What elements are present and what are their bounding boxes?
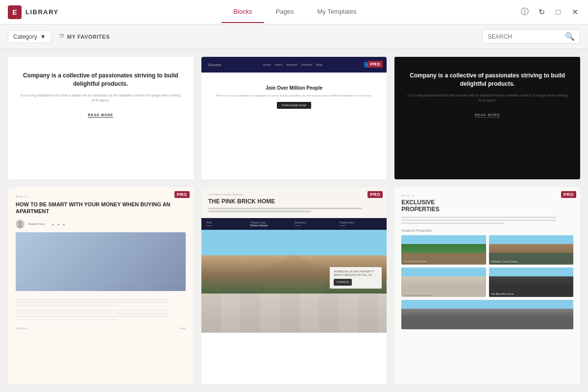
table-col-size: Property Size —— xyxy=(340,221,382,227)
property-img-3: The White Curved House xyxy=(401,268,486,297)
card-6-inner: Build In EXCLUSIVEPROPERTIES Featured Pr… xyxy=(394,187,580,337)
card-6-tag: Build In xyxy=(401,194,573,197)
svg-point-1 xyxy=(17,225,23,229)
card-5-title: THE PINK BRICK HOME xyxy=(208,198,380,205)
card-5-header: The Pink Property Website THE PINK BRICK… xyxy=(201,187,387,218)
card-4-author: Robert Curry xyxy=(28,222,45,225)
card-2-header: Roselle Home About Services Portfolio Bl… xyxy=(201,57,387,73)
svg-marker-2 xyxy=(245,254,343,279)
close-icon[interactable]: ✕ xyxy=(569,7,580,18)
desc-line-1 xyxy=(208,208,363,209)
card-2-nav: Home About Services Portfolio Blog xyxy=(263,63,322,66)
property-img-4: The Black Box Home xyxy=(489,268,573,297)
content-line-5 xyxy=(16,313,169,314)
logo-area: E LIBRARY xyxy=(8,5,59,19)
elementor-logo-icon: E xyxy=(8,5,22,19)
card-4-image xyxy=(16,232,186,291)
card-2-logo: Roselle xyxy=(208,63,221,67)
card-dark-company[interactable]: Company is a collective of passionates s… xyxy=(394,57,580,179)
card-1-cta: READ MORE xyxy=(88,113,113,118)
svg-rect-3 xyxy=(265,279,323,294)
tab-pages[interactable]: Pages xyxy=(264,1,306,23)
card-4-inner: Build In HOW TO BE SMART WITH YOUR MONEY… xyxy=(8,187,194,338)
table-col-type: Property Type Prime Home xyxy=(250,221,293,227)
card-4-content xyxy=(16,295,186,324)
card-5-tag: The Pink Property Website xyxy=(208,193,380,196)
content-line-4 xyxy=(16,310,169,311)
property-img-1: The Pink Brick Home xyxy=(401,235,486,265)
property-img-2: A Modern Corner House xyxy=(489,235,573,265)
card-6-desc xyxy=(401,217,573,224)
card-5-main-image: INTERESTED IN THIS PROPERTY? WRITE A MES… xyxy=(201,230,387,294)
pagination-next: Next xyxy=(179,327,185,330)
desc-line-1 xyxy=(401,217,556,218)
search-input[interactable] xyxy=(488,33,562,40)
content-line-2 xyxy=(16,302,169,303)
card-pink-brick[interactable]: PRO The Pink Property Website THE PINK B… xyxy=(201,187,387,385)
card-join-million[interactable]: PRO Roselle Home About Services Portfoli… xyxy=(201,57,387,179)
tab-blocks[interactable]: Blocks xyxy=(221,1,264,23)
cards-grid: Company is a collective of passionates s… xyxy=(0,49,588,392)
card-4-meta: Robert Curry ◆ ◆ ◆ xyxy=(16,220,186,228)
card-2-headline: Join Over Million People xyxy=(266,85,322,91)
library-label: LIBRARY xyxy=(25,8,59,16)
card-exclusive-properties[interactable]: PRO Build In EXCLUSIVEPROPERTIES Feature… xyxy=(394,187,580,385)
desc-line-2 xyxy=(401,220,556,221)
pro-badge-5: PRO xyxy=(368,191,383,198)
pro-badge-4: PRO xyxy=(174,191,190,198)
contact-btn[interactable]: Contact Us xyxy=(334,279,352,286)
table-col-bedrooms: Bedrooms —— xyxy=(295,221,338,227)
content-line-3 xyxy=(16,305,118,306)
card-6-featured-label: Featured Properties xyxy=(401,229,573,232)
card-4-pagination: Previous Next xyxy=(16,324,186,330)
search-icon: 🔍 xyxy=(565,32,575,41)
card-5-overlay: INTERESTED IN THIS PROPERTY? WRITE A MES… xyxy=(330,267,382,289)
category-dropdown[interactable]: Category ▼ xyxy=(8,30,51,43)
desc-line-2 xyxy=(208,211,311,212)
chevron-down-icon: ▼ xyxy=(40,33,46,40)
card-5-table: Price —— Property Type Prime Home Bedroo… xyxy=(201,218,387,230)
card-blog-article[interactable]: PRO Build In HOW TO BE SMART WITH YOUR M… xyxy=(8,187,194,385)
pro-badge-6: PRO xyxy=(561,191,576,198)
card-1-title: Company is a collective of passionates s… xyxy=(20,72,182,88)
card-4-title: HOW TO BE SMART WITH YOUR MONEY WHEN BUY… xyxy=(16,201,186,215)
card-white-company[interactable]: Company is a collective of passionates s… xyxy=(8,57,194,179)
pro-badge-2: PRO xyxy=(368,61,383,68)
header: E LIBRARY Blocks Pages My Templates ⓘ ↻ … xyxy=(0,0,588,24)
card-5-desc xyxy=(208,208,380,212)
card-2-body-text: There are many variations of passages of… xyxy=(216,94,372,98)
header-actions: ⓘ ↻ □ ✕ xyxy=(519,7,580,18)
tabs-bar: Blocks Pages My Templates xyxy=(71,1,519,23)
pagination-prev: Previous xyxy=(16,327,27,330)
save-icon[interactable]: □ xyxy=(553,7,564,18)
card-5-kitchen xyxy=(201,294,387,333)
card-6-title: EXCLUSIVEPROPERTIES xyxy=(401,199,573,213)
favorites-button[interactable]: ♡ MY FAVORITES xyxy=(59,33,110,40)
heart-icon: ♡ xyxy=(59,33,65,40)
content-line-7 xyxy=(16,318,118,320)
desc-line-3 xyxy=(401,222,504,224)
card-2-body: Join Over Million People There are many … xyxy=(201,73,387,122)
card-1-body: It is a long established fact that a rea… xyxy=(20,93,182,103)
card-white-company-inner: Company is a collective of passionates s… xyxy=(8,57,194,133)
card-2-cta-btn: PURCHASE NOW xyxy=(277,102,311,109)
search-area[interactable]: 🔍 xyxy=(482,29,580,44)
toolbar: Category ▼ ♡ MY FAVORITES 🔍 xyxy=(0,24,588,49)
card-3-inner: Company is a collective of passionates s… xyxy=(394,57,580,133)
card-4-avatar xyxy=(16,220,24,228)
tab-my-templates[interactable]: My Templates xyxy=(306,1,368,23)
info-icon[interactable]: ⓘ xyxy=(519,7,530,18)
card-3-title: Company is a collective of passionates s… xyxy=(406,72,568,88)
content-line-6 xyxy=(16,316,169,317)
refresh-icon[interactable]: ↻ xyxy=(536,7,547,18)
card-3-cta: READ MORE xyxy=(475,113,500,118)
card-4-tag: Build In xyxy=(16,195,186,198)
card-6-grid: The Pink Brick Home A Modern Corner Hous… xyxy=(401,235,573,297)
property-img-5 xyxy=(401,300,573,329)
content-line-1 xyxy=(16,299,169,300)
table-col-price: Price —— xyxy=(206,221,249,227)
svg-point-0 xyxy=(18,221,22,225)
card-3-body: It is a long established fact that a rea… xyxy=(406,93,568,103)
